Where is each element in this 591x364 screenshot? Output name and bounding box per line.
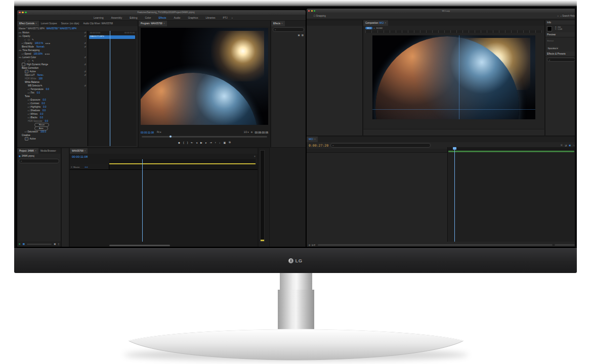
reset-effect-icon[interactable]: ↺	[84, 56, 86, 59]
graph-editor-icon[interactable]: ∿	[573, 144, 575, 147]
fx-badge-icon[interactable]: fx	[20, 49, 21, 52]
tab-project-34wk[interactable]: Project: 34WK×	[17, 148, 38, 154]
reset-effect-icon[interactable]: ↺	[84, 35, 86, 37]
minimize-window-icon[interactable]	[311, 10, 313, 12]
comparison-view-button[interactable]: ⧉	[229, 141, 231, 144]
scrubber-handle[interactable]	[170, 135, 172, 138]
comp-video[interactable]	[372, 35, 535, 119]
workspace-tab-ptj[interactable]: PTJ	[220, 16, 231, 20]
workspace-tab-audio[interactable]: Audio	[171, 16, 184, 20]
rect-mask-icon[interactable]: ▢	[28, 38, 30, 41]
mark-out-button[interactable]: }	[187, 141, 188, 144]
effects-tab[interactable]: Effects×	[271, 21, 285, 26]
workspace-tab-effects[interactable]: Effects	[155, 16, 170, 20]
motion-blur-icon[interactable]: ◉	[569, 144, 571, 147]
param-value[interactable]: 0.0	[40, 113, 43, 115]
ae-time-indicator[interactable]	[453, 147, 456, 150]
timeline-ruler[interactable]	[109, 159, 256, 163]
param-value[interactable]: 100.00%	[34, 53, 43, 55]
reset-effect-icon[interactable]: ↺	[84, 46, 86, 48]
ae-time-ruler[interactable]	[448, 147, 575, 151]
reset-effect-icon[interactable]: ↺	[84, 70, 86, 73]
program-resolution-dropdown[interactable]: 1/2 ▾	[244, 131, 249, 133]
close-window-icon[interactable]	[19, 12, 21, 14]
reset-effect-icon[interactable]: ↺	[84, 31, 86, 34]
program-video[interactable]	[141, 28, 268, 125]
workspace-tab-libraries[interactable]: Libraries	[202, 16, 219, 20]
export-frame-button[interactable]: ▣	[224, 141, 226, 144]
param-value[interactable]: 0.0	[43, 99, 46, 101]
ae-current-timecode[interactable]: 0:00:27:20	[309, 144, 328, 148]
timeline-h-scrollbar[interactable]	[109, 245, 170, 246]
timeline-timecode[interactable]: 00:00:11:08	[72, 155, 88, 158]
new-preset-icon[interactable]: ▦	[302, 34, 304, 36]
workspace-tab-color[interactable]: Color	[141, 16, 154, 20]
checkbox[interactable]: ✓	[25, 137, 28, 141]
new-item-icon[interactable]: ▣	[54, 243, 56, 245]
shortcut-dropdown[interactable]: Spacebar ▾	[547, 47, 559, 50]
workspace-tab-editing[interactable]: Editing	[126, 16, 141, 20]
fx-badge-icon[interactable]: fx	[20, 31, 21, 34]
draft3d-icon[interactable]: ◪	[565, 144, 567, 147]
param-value[interactable]: 100	[39, 77, 43, 80]
ec-clip-bar[interactable]: WAV05771.MP4	[89, 35, 135, 39]
program-fit-dropdown[interactable]: Fit ▾	[157, 131, 161, 133]
param-value[interactable]: 0.0	[40, 116, 43, 119]
timeline-playhead[interactable]	[142, 159, 143, 242]
step-forward-button[interactable]: ▸	[205, 141, 207, 144]
keyframe-nav-icons[interactable]: ◀ ◆ ▶	[45, 42, 50, 44]
ec-mini-timeline[interactable]: 00:00:10:00 00:00:15:00 WAV05771.MP4	[88, 31, 137, 146]
reset-effect-icon[interactable]: ↺	[84, 84, 86, 87]
fx-badge-icon[interactable]: fx	[20, 35, 21, 37]
preview-panel-title[interactable]: Preview	[547, 33, 556, 36]
comp-breadcrumb-current[interactable]: WCI	[365, 27, 372, 29]
param-value[interactable]: 0.0	[43, 106, 46, 108]
zoom-window-icon[interactable]	[314, 10, 315, 12]
pen-mask-icon[interactable]: ✎	[32, 38, 34, 41]
program-settings-icon[interactable]: ⚙	[251, 131, 253, 133]
zoom-window-icon[interactable]	[25, 12, 27, 14]
ae-timeline-search[interactable]: ⌕	[330, 143, 431, 148]
ec-playhead[interactable]	[110, 31, 110, 146]
info-panel-title[interactable]: Info	[547, 21, 551, 24]
comp-breadcrumb-parent[interactable]: BGIM2	[376, 27, 383, 29]
eyedropper-icon[interactable]: ✎	[40, 84, 43, 87]
tab-media-browser[interactable]: Media Browser	[38, 148, 58, 154]
timeline-settings-icon[interactable]: ≡	[254, 155, 256, 158]
tab-audio-clip-mixer-wav05768[interactable]: Audio Clip Mixer: WAV05768	[81, 21, 115, 26]
param-value[interactable]: 0.0	[37, 92, 40, 94]
ae-search-help[interactable]: ⌕ Search Help	[560, 15, 575, 17]
step-back-button[interactable]: ◂	[196, 141, 198, 144]
program-monitor-tab[interactable]: Program: WAV05768×	[139, 21, 167, 26]
toggle-switches-modes[interactable]: ◧ ◨ ◩	[309, 244, 316, 246]
sequence-tab[interactable]: WAV05768×	[70, 148, 88, 154]
reset-effect-icon[interactable]: ↺	[84, 63, 86, 66]
lift-button[interactable]: ↑	[215, 141, 217, 144]
snapping-checkbox[interactable]: ☐ Snapping	[314, 15, 326, 17]
workspace-tab-assembly[interactable]: Assembly	[107, 16, 125, 20]
trash-icon[interactable]: ▯	[58, 243, 59, 245]
list-view-icon[interactable]: ≣	[19, 243, 21, 245]
param-value[interactable]: Normal	[36, 46, 44, 48]
program-timecode[interactable]: 00:00:11:08	[141, 131, 154, 134]
fx-badge-icon[interactable]: fx	[20, 56, 21, 59]
checkbox[interactable]	[22, 63, 25, 66]
param-value[interactable]: 100.0	[40, 130, 46, 133]
keyframe-nav-icons[interactable]: ◀ ◆ ▶	[45, 53, 50, 55]
ae-timeline-tab[interactable]: WCI×	[307, 136, 318, 142]
ellipse-mask-icon[interactable]: ○	[24, 38, 26, 41]
workspace-tab-graphics[interactable]: Graphics	[184, 16, 201, 20]
ae-zoom-slider[interactable]	[555, 244, 575, 246]
effects-search-input[interactable]: ⌕	[273, 27, 304, 32]
minimize-window-icon[interactable]	[22, 12, 24, 14]
reset-effect-icon[interactable]: ↺	[84, 74, 86, 76]
tab-source-no-clips[interactable]: Source: (no clips)	[59, 21, 81, 26]
effects-presets-title[interactable]: Effects & Presets	[547, 53, 566, 55]
new-custom-bin-icon[interactable]: ▣	[298, 34, 300, 36]
workspace-tab-learning[interactable]: Learning	[90, 16, 107, 20]
param-value[interactable]: 100.0 %	[35, 42, 44, 44]
param-value[interactable]: 0.0	[46, 88, 49, 90]
composition-tab[interactable]: Composition WCI ×	[363, 20, 388, 26]
param-value[interactable]: 0.0	[45, 120, 48, 122]
effects-presets-search[interactable]: ⌕	[547, 58, 575, 62]
